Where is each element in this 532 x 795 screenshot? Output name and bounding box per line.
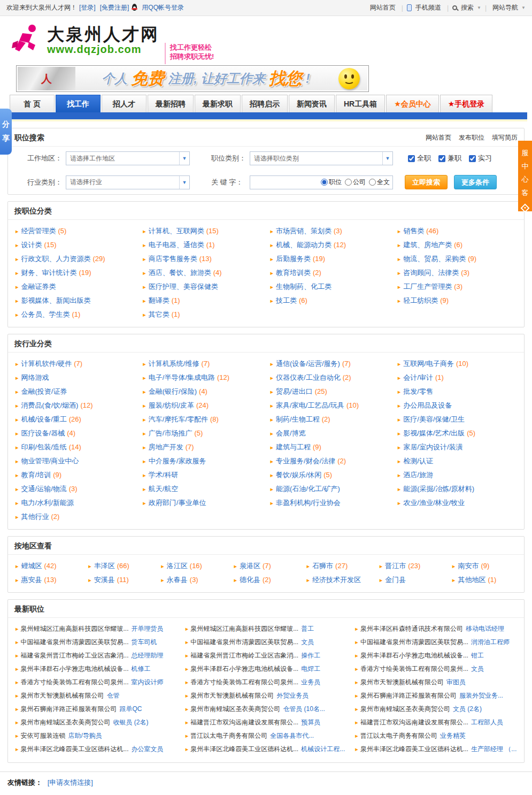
industry-link[interactable]: ▸能源(石油/化工/矿产) bbox=[266, 482, 394, 496]
search-panel-link[interactable]: 网站首页 bbox=[426, 134, 451, 141]
job-listing[interactable]: ▸中国福建省泉州市清蒙园区美联贸易...润滑油工程师 bbox=[351, 636, 521, 649]
logo-text[interactable]: 大泉州人才网 www.dqzjob.com bbox=[47, 25, 159, 56]
job-listing[interactable]: ▸香港方寸绘美装饰工程有限公司泉州...文员 bbox=[351, 662, 521, 676]
job-listing[interactable]: ▸泉州鲤城区江南高新科技园区华耀玻...普工 bbox=[181, 622, 351, 636]
job-title-link[interactable]: 预算员 bbox=[301, 718, 320, 726]
nav-tab[interactable]: 新闻资讯 bbox=[289, 95, 335, 112]
industry-link[interactable]: ▸通信(设备/运营/服务)(7) bbox=[266, 357, 394, 371]
job-category-link[interactable]: ▸医疗护理、美容保健类 bbox=[138, 280, 266, 294]
job-category-link[interactable]: ▸建筑、房地产类(6) bbox=[394, 238, 521, 252]
job-listing[interactable]: ▸中国福建省泉州市清蒙园区美联贸易...文员 bbox=[181, 636, 351, 649]
nav-tab[interactable]: 最新招聘 bbox=[148, 95, 194, 112]
job-title-link[interactable]: 生产部经理 （... bbox=[471, 745, 516, 753]
more-conditions-button[interactable]: 更多条件 bbox=[454, 175, 497, 189]
job-title-link[interactable]: 开单理货员 bbox=[132, 625, 164, 632]
industry-link[interactable]: ▸贸易/进出口(25) bbox=[266, 385, 394, 399]
job-category-link[interactable]: ▸影视媒体、新闻出版类 bbox=[11, 294, 138, 308]
job-listing[interactable]: ▸泉州丰泽群石小学雅志电池机械设备...电焊工 bbox=[181, 662, 351, 676]
job-listing[interactable]: ▸泉州鲤城区江南高新科技园区华耀玻...开单理货员 bbox=[11, 622, 181, 636]
job-listing[interactable]: ▸安依可服装连锁店助/导购员 bbox=[11, 729, 181, 743]
job-title-link[interactable]: 室内设计师 bbox=[132, 678, 164, 686]
job-title-link[interactable]: 审图员 bbox=[446, 678, 466, 686]
search-panel-link[interactable]: 发布职位 bbox=[459, 134, 484, 141]
job-category-link[interactable]: ▸电子电器、通信类(1) bbox=[138, 238, 266, 252]
job-title-link[interactable]: 文员 (2名) bbox=[453, 705, 482, 713]
industry-link[interactable]: ▸专业服务/财会/法律(2) bbox=[266, 454, 394, 468]
job-title-link[interactable]: 跟单QC bbox=[120, 705, 142, 713]
industry-link[interactable]: ▸会计/审计(1) bbox=[394, 371, 521, 385]
industry-link[interactable]: ▸会展/博览 bbox=[266, 426, 394, 440]
job-title-link[interactable]: 货车司机 bbox=[132, 638, 157, 646]
job-nature-checkbox[interactable]: 兼职 bbox=[438, 154, 461, 163]
industry-link[interactable]: ▸办公用品及设备 bbox=[394, 399, 521, 412]
customer-service-tab[interactable]: 服中心客 bbox=[518, 141, 532, 211]
job-title-link[interactable]: 文员 bbox=[301, 638, 314, 646]
job-title-link[interactable]: 外贸业务员 bbox=[276, 692, 309, 699]
nav-tab[interactable]: 找工作 bbox=[56, 95, 101, 112]
region-link[interactable]: ▸泉港区(7) bbox=[229, 559, 302, 573]
job-type-select[interactable]: 请选择职位类别▼ bbox=[250, 151, 393, 165]
job-listing[interactable]: ▸福建晋江市双沟远南建设发展有限公...工程部人员 bbox=[351, 716, 521, 729]
industry-link[interactable]: ▸建筑与工程(9) bbox=[266, 440, 394, 454]
nav-tab[interactable]: ★手机登录 bbox=[440, 95, 493, 112]
industry-link[interactable]: ▸农业/渔业/林业/牧业 bbox=[394, 496, 521, 510]
job-title-link[interactable]: 收银员 (2名) bbox=[113, 718, 149, 726]
industry-link[interactable]: ▸医疗/美容/保健/卫生 bbox=[394, 412, 521, 426]
job-category-link[interactable]: ▸机械、能源动力类(12) bbox=[266, 238, 394, 252]
job-title-link[interactable]: 仓管员 (10名... bbox=[283, 705, 325, 713]
job-title-link[interactable]: 操作工 bbox=[301, 652, 320, 659]
industry-link[interactable]: ▸服装/纺织/皮革(24) bbox=[138, 399, 266, 412]
job-title-link[interactable]: 全国各县市代... bbox=[270, 732, 314, 739]
keyword-input[interactable] bbox=[250, 177, 321, 188]
radio-input[interactable] bbox=[369, 179, 376, 186]
region-link[interactable]: ▸德化县(2) bbox=[229, 573, 302, 587]
job-category-link[interactable]: ▸技工类(6) bbox=[266, 294, 394, 308]
industry-link[interactable]: ▸其他行业(2) bbox=[11, 510, 138, 524]
industry-link[interactable]: ▸交通/运输/物流(3) bbox=[11, 482, 138, 496]
keyword-scope-radio[interactable]: 职位 bbox=[321, 178, 342, 187]
job-category-link[interactable]: ▸生物制药、化工类 bbox=[266, 280, 394, 294]
job-listing[interactable]: ▸香港方寸绘美装饰工程有限公司泉州...室内设计师 bbox=[11, 676, 181, 689]
checkbox-input[interactable] bbox=[408, 155, 415, 162]
region-link[interactable]: ▸惠安县(13) bbox=[11, 573, 84, 587]
job-title-link[interactable]: 普工 bbox=[301, 625, 314, 632]
job-title-link[interactable]: 办公室文员 bbox=[132, 745, 164, 753]
job-listing[interactable]: ▸泉州石狮南洋路正裕服装有限公司跟单QC bbox=[11, 702, 181, 716]
job-title-link[interactable]: 润滑油工程师 bbox=[471, 638, 510, 646]
job-title-link[interactable]: 业务员 bbox=[301, 678, 320, 686]
industry-link[interactable]: ▸政府部门/事业单位 bbox=[138, 496, 266, 510]
promo-banner[interactable]: 人 个人免费注册,让好工作来找您! bbox=[16, 65, 369, 92]
job-category-link[interactable]: ▸物流、贸易、采购类(9) bbox=[394, 252, 521, 266]
job-title-link[interactable]: 机修工 bbox=[132, 665, 151, 672]
job-category-link[interactable]: ▸咨询顾问、法律类(3) bbox=[394, 266, 521, 280]
industry-link[interactable]: ▸金融(投资/证券 bbox=[11, 385, 138, 399]
industry-link[interactable]: ▸消费品(食/饮/烟酒)(12) bbox=[11, 399, 138, 412]
nav-tab[interactable]: 招人才 bbox=[102, 95, 147, 112]
industry-link[interactable]: ▸酒店/旅游 bbox=[394, 468, 521, 482]
region-link[interactable]: ▸金门县 bbox=[375, 573, 448, 587]
job-category-link[interactable]: ▸翻译类(1) bbox=[138, 294, 266, 308]
job-listing[interactable]: ▸泉州市南鲤城区圣衣美商贸公司文员 (2名) bbox=[351, 702, 521, 716]
industry-link[interactable]: ▸教育/培训(9) bbox=[11, 468, 138, 482]
job-category-link[interactable]: ▸设计类(15) bbox=[11, 238, 138, 252]
industry-link[interactable]: ▸印刷/包装/造纸(14) bbox=[11, 440, 138, 454]
industry-link[interactable]: ▸家具/家电/工艺品/玩具(10) bbox=[266, 399, 394, 412]
region-link[interactable]: ▸安溪县(11) bbox=[84, 573, 157, 587]
topbar-search-link[interactable]: 搜索 bbox=[461, 3, 474, 12]
industry-link[interactable]: ▸金融(银行/保险)(4) bbox=[138, 385, 266, 399]
job-title-link[interactable]: 服装外贸业务... bbox=[459, 692, 503, 699]
job-listing[interactable]: ▸泉州丰泽群石小学雅志电池机械设备...机修工 bbox=[11, 662, 181, 676]
keyword-scope-radio[interactable]: 全文 bbox=[369, 178, 390, 187]
job-title-link[interactable]: 业务精英 bbox=[440, 732, 466, 739]
region-link[interactable]: ▸南安市(9) bbox=[448, 559, 521, 573]
nav-tab[interactable]: 首 页 bbox=[10, 95, 55, 112]
job-listing[interactable]: ▸中国福建省泉州市清蒙园区美联贸易...货车司机 bbox=[11, 636, 181, 649]
job-title-link[interactable]: 总经理助理 bbox=[132, 652, 164, 659]
job-category-link[interactable]: ▸市场营销、策划类(3) bbox=[266, 224, 394, 238]
job-listing[interactable]: ▸泉州丰泽区科森特通讯技术有限公司移动电话经理 bbox=[351, 622, 521, 636]
region-link[interactable]: ▸经济技术开发区 bbox=[303, 573, 375, 587]
job-category-link[interactable]: ▸计算机、互联网类(15) bbox=[138, 224, 266, 238]
work-area-select[interactable]: 请选择工作地区▼ bbox=[66, 151, 190, 165]
industry-link[interactable]: ▸汽车/摩托车/零配件(8) bbox=[138, 412, 266, 426]
job-title-link[interactable]: 机械设计工程... bbox=[301, 745, 345, 753]
